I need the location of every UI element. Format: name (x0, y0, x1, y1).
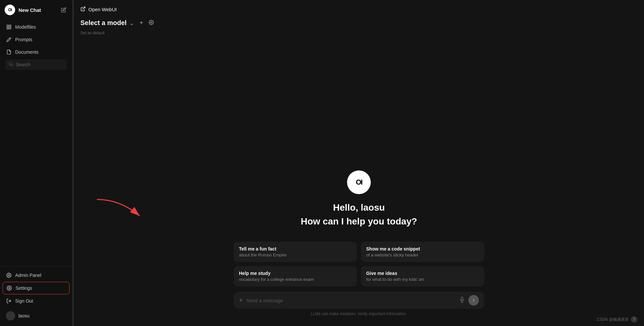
svg-point-8 (9, 287, 10, 289)
prompt-card-4[interactable]: Give me ideas for what to do with my kid… (361, 266, 484, 286)
attach-button[interactable]: + (239, 297, 243, 304)
welcome-greeting: Hello, laosu How can I help you today? (301, 201, 417, 228)
prompt-card-2[interactable]: Show me a code snippet of a website's st… (361, 242, 484, 262)
prompt-card-1[interactable]: Tell me a fun fact about the Roman Empir… (234, 242, 357, 262)
svg-line-4 (10, 37, 11, 38)
sidebar-item-sign-out[interactable]: Sign Out (3, 295, 70, 307)
mic-button[interactable] (459, 297, 465, 304)
svg-line-6 (12, 65, 13, 66)
open-webui-label: Open WebUI (88, 7, 117, 12)
model-selector-row: Select a model ⌄ + (74, 18, 644, 31)
settings-label: Settings (15, 285, 32, 291)
svg-rect-2 (7, 27, 9, 29)
model-chevron-button[interactable]: ⌄ (129, 19, 134, 27)
model-add-button[interactable]: + (137, 18, 145, 27)
prompt-card-4-title: Give me ideas (366, 271, 479, 276)
logo-icon: OI (5, 5, 15, 15)
sidebar-item-settings[interactable]: Settings (3, 282, 70, 294)
welcome-section: OI Hello, laosu How can I help you today… (301, 170, 417, 228)
send-button[interactable]: ↑ (468, 295, 479, 306)
svg-rect-3 (9, 27, 11, 29)
prompt-cards-grid: Tell me a fun fact about the Roman Empir… (234, 242, 484, 286)
watermark: CSDN @杨浦老苏 ? (597, 316, 637, 323)
svg-line-10 (83, 7, 85, 9)
model-selector[interactable]: Select a model ⌄ (80, 19, 134, 27)
prompt-card-3-title: Help me study (239, 271, 352, 276)
main-content: Open WebUI Select a model ⌄ + Set as def… (74, 0, 644, 326)
sidebar-item-documents[interactable]: Documents (3, 46, 70, 58)
modelfiles-label: Modelfiles (15, 24, 36, 30)
help-icon[interactable]: ? (631, 316, 637, 323)
prompt-card-2-subtitle: of a website's sticky header (366, 252, 479, 257)
sidebar: OI New Chat Modelfiles (0, 0, 73, 326)
sidebar-item-admin-panel[interactable]: Admin Panel (3, 269, 70, 281)
sidebar-item-modelfiles[interactable]: Modelfiles (3, 21, 70, 33)
svg-point-7 (8, 275, 10, 276)
sidebar-nav: Modelfiles Prompts Documents (0, 20, 72, 266)
documents-label: Documents (15, 49, 39, 55)
svg-rect-1 (9, 25, 11, 27)
disclaimer-text: LLMs can make mistakes. Verify important… (311, 311, 407, 316)
pencil-icon (6, 37, 12, 43)
sign-out-icon (6, 298, 12, 304)
sidebar-logo[interactable]: OI New Chat (5, 5, 41, 15)
prompts-label: Prompts (15, 37, 32, 42)
sidebar-bottom: Admin Panel Settings Sign Out (0, 266, 72, 326)
prompt-card-1-subtitle: about the Roman Empire (239, 252, 352, 257)
sign-out-label: Sign Out (15, 298, 33, 304)
user-avatar (6, 311, 15, 320)
message-input[interactable] (246, 298, 456, 303)
admin-gear-icon (6, 272, 12, 278)
message-input-area: + ↑ (234, 292, 484, 309)
model-settings-button[interactable] (149, 20, 154, 26)
sidebar-title: New Chat (18, 7, 41, 13)
prompt-card-3-subtitle: vocabulary for a college entrance exam (239, 277, 352, 282)
sidebar-item-prompts[interactable]: Prompts (3, 34, 70, 45)
prompt-card-2-title: Show me a code snippet (366, 246, 479, 252)
welcome-logo-icon: OI (347, 170, 371, 194)
center-area: OI Hello, laosu How can I help you today… (74, 41, 644, 326)
sidebar-header: OI New Chat (0, 0, 72, 20)
open-webui-button[interactable]: Open WebUI (80, 6, 117, 13)
settings-gear-icon (6, 285, 12, 291)
user-item[interactable]: laosu (3, 308, 70, 323)
document-icon (6, 49, 12, 55)
admin-panel-label: Admin Panel (15, 273, 41, 278)
set-default-text[interactable]: Set as default (74, 31, 644, 41)
prompt-card-3[interactable]: Help me study vocabulary for a college e… (234, 266, 357, 286)
prompt-card-1-title: Tell me a fun fact (239, 246, 352, 252)
prompt-card-4-subtitle: for what to do with my kids' art (366, 277, 479, 282)
model-name: Select a model (80, 19, 127, 27)
username-label: laosu (18, 313, 29, 318)
new-chat-edit-button[interactable] (60, 6, 68, 14)
top-bar: Open WebUI (74, 0, 644, 18)
grid-icon (6, 24, 12, 30)
external-link-icon (80, 6, 86, 13)
search-input[interactable] (16, 62, 64, 67)
search-icon (9, 62, 13, 68)
svg-rect-0 (7, 25, 9, 27)
svg-point-11 (151, 22, 152, 23)
search-bar[interactable] (5, 59, 67, 70)
